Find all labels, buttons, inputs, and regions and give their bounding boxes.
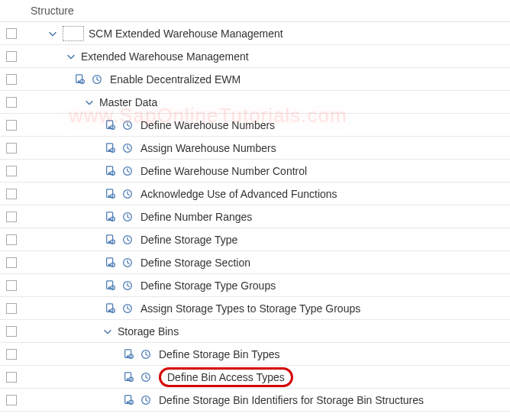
node-label[interactable]: Define Warehouse Numbers [140, 119, 275, 131]
svg-point-6 [108, 126, 110, 128]
row-checkbox[interactable] [6, 257, 17, 268]
node-label[interactable]: Define Storage Section [140, 257, 250, 269]
node-label[interactable]: Storage Bins [118, 325, 179, 338]
node-assign-warehouse-numbers[interactable]: Assign Warehouse Numbers [0, 137, 510, 160]
node-label[interactable]: Define Storage Bin Types [159, 348, 280, 360]
node-label[interactable]: Assign Warehouse Numbers [140, 142, 276, 154]
document-icon [122, 393, 136, 407]
node-label[interactable]: Acknowledge Use of Advanced Functions [140, 188, 337, 200]
document-icon [104, 256, 118, 270]
svg-point-26 [108, 241, 110, 242]
activity-icons[interactable] [104, 233, 134, 247]
tree-container: SCM Extended Warehouse Management Extend… [0, 22, 510, 412]
activity-icons[interactable] [104, 118, 134, 132]
clock-icon [121, 141, 134, 155]
activity-icons[interactable] [73, 73, 104, 86]
row-checkbox[interactable] [6, 372, 17, 383]
row-checkbox[interactable] [6, 303, 17, 314]
activity-icons[interactable] [104, 302, 134, 315]
row-checkbox[interactable] [6, 349, 17, 360]
activity-icons[interactable] [104, 279, 134, 292]
row-checkbox[interactable] [6, 326, 17, 337]
document-icon [104, 187, 118, 201]
svg-point-2 [78, 80, 79, 82]
node-label[interactable]: Enable Decentralized EWM [110, 73, 240, 86]
row-checkbox[interactable] [6, 74, 17, 85]
node-ewm[interactable]: Extended Warehouse Management [0, 45, 510, 68]
row-checkbox[interactable] [6, 234, 17, 245]
node-acknowledge-advanced-functions[interactable]: Acknowledge Use of Advanced Functions [0, 183, 510, 205]
node-label[interactable]: Define Storage Type Groups [140, 279, 276, 292]
clock-icon [121, 187, 134, 201]
svg-point-14 [108, 172, 110, 173]
activity-icons[interactable] [104, 141, 134, 155]
node-label[interactable]: SCM Extended Warehouse Management [89, 27, 283, 40]
activity-icons[interactable] [122, 370, 153, 384]
activity-icons[interactable] [104, 187, 134, 201]
node-define-storage-type[interactable]: Define Storage Type [0, 228, 510, 251]
row-checkbox[interactable] [6, 120, 17, 131]
node-enable-decentralized-ewm[interactable]: Enable Decentralized EWM [0, 68, 510, 91]
document-icon [104, 233, 118, 247]
document-icon [73, 73, 87, 86]
node-label[interactable]: Master Data [99, 96, 157, 108]
document-icon [104, 210, 118, 224]
svg-point-18 [108, 195, 110, 196]
node-label[interactable]: Define Storage Bin Identifiers for Stora… [159, 394, 424, 406]
activity-icons[interactable] [104, 256, 134, 270]
node-label[interactable]: Extended Warehouse Management [81, 50, 249, 63]
row-checkbox[interactable] [6, 395, 17, 405]
node-define-warehouse-numbers[interactable]: Define Warehouse Numbers [0, 114, 510, 137]
document-icon [104, 118, 118, 132]
clock-icon [139, 393, 153, 407]
row-checkbox[interactable] [6, 212, 17, 222]
document-icon [122, 370, 136, 384]
node-define-number-ranges[interactable]: Define Number Ranges [0, 205, 510, 228]
svg-point-38 [108, 309, 110, 311]
clock-icon [139, 347, 153, 361]
node-define-storage-section[interactable]: Define Storage Section [0, 251, 510, 274]
svg-point-10 [108, 149, 110, 150]
node-define-storage-bin-types[interactable]: Define Storage Bin Types [0, 343, 510, 366]
node-define-warehouse-number-control[interactable]: Define Warehouse Number Control [0, 160, 510, 183]
activity-icons[interactable] [122, 393, 153, 407]
node-label[interactable]: Define Storage Type [140, 234, 237, 246]
node-define-storage-type-groups[interactable]: Define Storage Type Groups [0, 274, 510, 297]
clock-icon [121, 256, 134, 270]
svg-point-30 [108, 263, 110, 265]
chevron-down-icon[interactable] [101, 325, 115, 338]
activity-icons[interactable] [104, 210, 134, 224]
clock-icon [121, 233, 134, 247]
node-define-bin-access-types[interactable]: Define Bin Access Types [0, 366, 510, 389]
node-storage-bins[interactable]: Storage Bins [0, 320, 510, 343]
chevron-down-icon[interactable] [82, 95, 96, 109]
row-checkbox[interactable] [6, 51, 17, 62]
row-checkbox[interactable] [6, 189, 17, 199]
clock-icon [121, 302, 134, 315]
activity-icons[interactable] [104, 164, 134, 178]
node-label[interactable]: Define Warehouse Number Control [140, 165, 307, 177]
document-icon [104, 164, 118, 178]
node-label[interactable]: Define Number Ranges [140, 211, 252, 223]
document-icon [104, 279, 118, 292]
node-define-storage-bin-identifiers[interactable]: Define Storage Bin Identifiers for Stora… [0, 389, 510, 412]
clock-icon [121, 210, 134, 224]
document-icon [104, 141, 118, 155]
chevron-down-icon[interactable] [64, 50, 78, 63]
chevron-down-icon[interactable] [46, 27, 60, 40]
node-label[interactable]: Assign Storage Types to Storage Type Gro… [140, 302, 360, 315]
row-checkbox[interactable] [6, 97, 17, 108]
svg-point-50 [127, 401, 128, 402]
svg-point-46 [127, 378, 128, 380]
row-checkbox[interactable] [6, 280, 17, 291]
node-master-data[interactable]: Master Data [0, 91, 510, 114]
row-checkbox[interactable] [6, 28, 17, 39]
svg-point-22 [108, 218, 110, 219]
node-label[interactable]: Define Bin Access Types [159, 367, 293, 387]
node-scm-ewm[interactable]: SCM Extended Warehouse Management [0, 22, 510, 45]
row-checkbox[interactable] [6, 143, 17, 153]
node-assign-storage-types-to-groups[interactable]: Assign Storage Types to Storage Type Gro… [0, 297, 510, 320]
activity-icons[interactable] [122, 347, 153, 361]
clock-icon [90, 73, 104, 86]
row-checkbox[interactable] [6, 166, 17, 176]
